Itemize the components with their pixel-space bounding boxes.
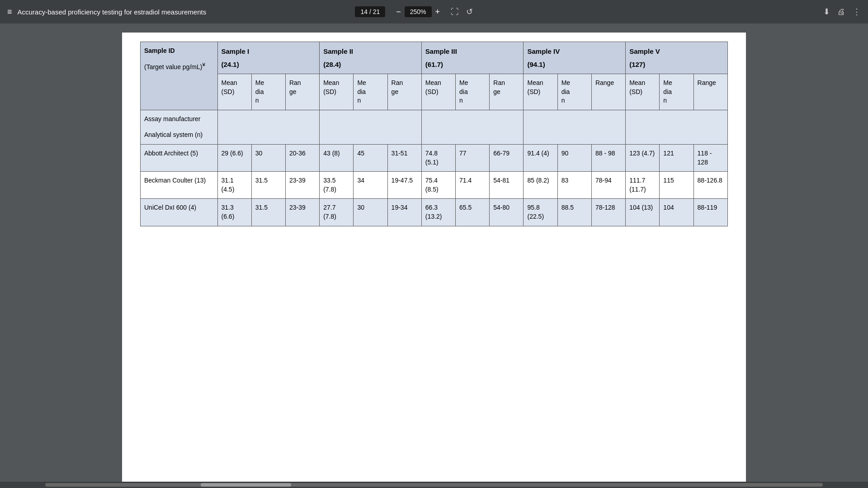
row-2-s2-range: 19-47.5 [387,172,421,199]
row-1-s2-mean: 43 (8) [320,144,354,171]
s2-range-header: Range [387,74,421,110]
header-row-samples: Sample ID (Target value pg/mL)¥ Sample I… [141,42,728,74]
toolbar-actions: ⛶ ↺ [451,7,473,17]
row-2-manufacturer: Beckman Coulter (13) [141,172,218,199]
s4-mean-header: Mean (SD) [524,74,557,110]
data-table: Sample ID (Target value pg/mL)¥ Sample I… [140,42,728,226]
s5-range-header: Range [693,74,727,110]
row-1-s2-range: 31-51 [387,144,421,171]
s4-stat-subheader [524,110,626,144]
row-2-s3-median: 71.4 [456,172,490,199]
row-3-s5-range: 88-119 [693,199,727,226]
s2-median-header: Median [354,74,387,110]
row-2-s1-range: 23-39 [285,172,319,199]
row-2-s5-range: 88-126.8 [693,172,727,199]
sample-4-header: Sample IV (94.1) [524,42,626,74]
table-row: UniCel DxI 600 (4) 31.3 (6.6) 31.5 23-39… [141,199,728,226]
row-3-s4-mean: 95.8 (22.5) [524,199,557,226]
page-current: 14 [360,8,368,15]
more-options-icon[interactable]: ⋮ [853,7,861,17]
fit-page-icon[interactable]: ⛶ [451,7,459,17]
row-2-s3-range: 54-81 [490,172,524,199]
row-3-s1-median: 31.5 [251,199,285,226]
s5-median-header: Median [660,74,693,110]
row-3-s2-median: 30 [354,199,387,226]
row-3-s3-median: 65.5 [456,199,490,226]
row-2-s4-range: 78-94 [591,172,625,199]
pdf-viewer[interactable]: Sample ID (Target value pg/mL)¥ Sample I… [0,23,868,482]
print-icon[interactable]: 🖨 [837,7,845,17]
row-3-s4-median: 88.5 [557,199,591,226]
row-1-s5-mean: 123 (4.7) [626,144,660,171]
analytical-system-label: Analytical system (n) [144,131,214,140]
zoom-level[interactable]: 250% [405,6,432,17]
s1-range-header: Range [285,74,319,110]
header-row-stats: Mean(SD) Median Range Mean (SD) Median R… [141,74,728,110]
row-1-s1-median: 30 [251,144,285,171]
s4-median-header: Median [557,74,591,110]
right-toolbar-actions: ⬇ 🖨 ⋮ [823,7,861,17]
row-3-s2-mean: 27.7 (7.8) [320,199,354,226]
row-3-s2-range: 19-34 [387,199,421,226]
row-2-s4-median: 83 [557,172,591,199]
zoom-out-button[interactable]: − [396,7,401,17]
manufacturer-system-header: Assay manufacturer Analytical system (n) [141,110,218,144]
row-1-s4-range: 88 - 98 [591,144,625,171]
row-3-s3-mean: 66.3 (13.2) [421,199,455,226]
header-row-manufacturer: Assay manufacturer Analytical system (n) [141,110,728,144]
assay-manufacturer-label: Assay manufacturer [144,115,214,124]
row-1-s3-median: 77 [456,144,490,171]
row-1-s3-mean: 74.8 (5.1) [421,144,455,171]
row-3-s5-mean: 104 (13) [626,199,660,226]
bottom-scrollbar[interactable] [0,482,868,488]
row-2-s4-mean: 85 (8.2) [524,172,557,199]
s4-range-header: Range [591,74,625,110]
s3-stat-subheader [421,110,524,144]
scrollbar-thumb[interactable] [201,483,291,487]
table-row: Abbott Architect (5) 29 (6.6) 30 20-36 4… [141,144,728,171]
sample-3-header: Sample III (61.7) [421,42,524,74]
s1-mean-header: Mean(SD) [217,74,251,110]
s5-stat-subheader [626,110,728,144]
zoom-in-button[interactable]: + [435,7,440,17]
sample-2-header: Sample II (28.4) [320,42,422,74]
row-1-s4-median: 90 [557,144,591,171]
row-2-s5-median: 115 [660,172,693,199]
row-2-s3-mean: 75.4 (8.5) [421,172,455,199]
row-1-s5-range: 118 - 128 [693,144,727,171]
sample-5-header: Sample V (127) [626,42,728,74]
sample-id-label: Sample ID [144,47,214,56]
page-separator: / [369,8,373,15]
scrollbar-track[interactable] [45,483,823,487]
s1-median-header: Median [251,74,285,110]
page-indicator[interactable]: 14 / 21 [355,6,385,17]
row-3-s1-range: 23-39 [285,199,319,226]
row-3-manufacturer: UniCel DxI 600 (4) [141,199,218,226]
row-1-s3-range: 66-79 [490,144,524,171]
s5-mean-header: Mean (SD) [626,74,660,110]
toolbar: ≡ Accuracy-based proficiency testing for… [0,0,868,23]
download-icon[interactable]: ⬇ [823,7,830,17]
s1-stat-subheader [217,110,320,144]
row-2-s2-mean: 33.5 (7.8) [320,172,354,199]
page-total: 21 [373,8,380,15]
row-1-s1-range: 20-36 [285,144,319,171]
zoom-controls: − 250% + [396,6,440,17]
row-3-s1-mean: 31.3 (6.6) [217,199,251,226]
row-2-s2-median: 34 [354,172,387,199]
row-1-s1-mean: 29 (6.6) [217,144,251,171]
row-3-s5-median: 104 [660,199,693,226]
s2-stat-subheader [320,110,422,144]
sample-1-header: Sample I (24.1) [217,42,320,74]
row-2-s5-mean: 111.7 (11.7) [626,172,660,199]
row-3-s3-range: 54-80 [490,199,524,226]
s3-median-header: Median [456,74,490,110]
s3-range-header: Range [490,74,524,110]
row-1-s4-mean: 91.4 (4) [524,144,557,171]
sample-id-header: Sample ID (Target value pg/mL)¥ [141,42,218,110]
rotate-icon[interactable]: ↺ [466,7,473,17]
pdf-page: Sample ID (Target value pg/mL)¥ Sample I… [122,33,746,482]
row-2-s1-mean: 31.1 (4.5) [217,172,251,199]
menu-icon[interactable]: ≡ [7,7,12,17]
row-1-s2-median: 45 [354,144,387,171]
